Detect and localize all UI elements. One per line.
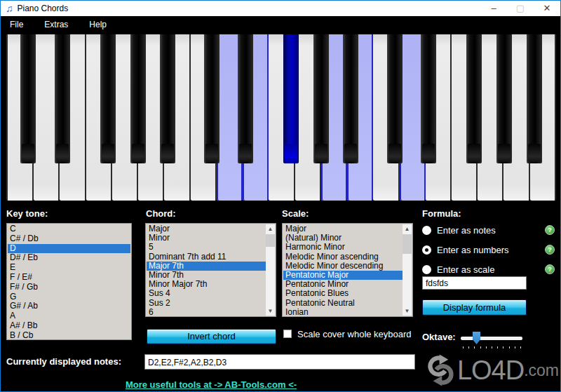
chord-list-items: MajorMinor5Dominant 7th add 11Major 7thM…	[147, 224, 266, 316]
scale-item[interactable]: Pentatonic Neutral	[283, 299, 403, 308]
display-formula-button[interactable]: Display formula	[422, 299, 527, 316]
key-tone-item[interactable]: D# / Eb	[8, 253, 130, 263]
app-window: ♫ Piano Chords – ▢ ✕ FileExtrasHelp Key …	[0, 0, 561, 392]
radio-label: Enter as notes	[437, 225, 496, 236]
key-tone-item[interactable]: C# / Db	[8, 234, 130, 244]
scale-item[interactable]: Ionian	[283, 308, 403, 317]
radio-button[interactable]	[422, 226, 431, 235]
radio-button[interactable]	[422, 265, 431, 274]
piano-key-F#1[interactable]	[100, 34, 116, 163]
octave-tick	[509, 346, 510, 349]
chord-item[interactable]: 6	[147, 308, 266, 317]
lo4d-logo-icon	[424, 353, 457, 388]
caption-buttons: – ▢ ✕	[480, 1, 560, 16]
radio-button[interactable]	[422, 245, 431, 255]
octave-tick	[474, 346, 475, 349]
scroll-down-icon[interactable]: ▼	[266, 306, 275, 316]
chord-item[interactable]: Sus 4	[147, 289, 266, 298]
piano-key-D#2[interactable]	[238, 34, 253, 163]
scale-list-items: Major(Natural) MinorHarmonic MinorMelodi…	[283, 224, 403, 316]
piano-key-C#2[interactable]	[204, 34, 219, 163]
menu-help[interactable]: Help	[89, 20, 113, 29]
piano-key-C#1[interactable]	[20, 34, 36, 163]
piano-keyboard	[6, 33, 557, 203]
piano-key-A#3[interactable]	[527, 34, 542, 163]
chord-item[interactable]: Sus 2	[147, 299, 266, 308]
scale-item[interactable]: Pentatonic Blues	[283, 289, 403, 298]
key-tone-item[interactable]: G	[8, 292, 130, 302]
octave-label: Oktave:	[422, 332, 456, 342]
octave-slider-thumb[interactable]	[473, 332, 480, 344]
scale-label: Scale:	[282, 208, 309, 219]
formula-option-row: Enter as numbers?	[422, 245, 557, 255]
chord-item[interactable]: Dominant 7th add 11	[147, 252, 266, 262]
key-tone-item[interactable]: C	[8, 224, 130, 234]
keytone-listbox[interactable]: CC# / DbDD# / EbEF / E#F# / GbGG# / AbAA…	[6, 223, 132, 340]
scroll-up-icon[interactable]: ▲	[266, 224, 275, 234]
scale-item[interactable]: Melodic Minor descending	[283, 262, 403, 271]
minimize-button[interactable]: –	[480, 1, 507, 16]
piano-key-F#3[interactable]	[466, 34, 482, 163]
menu-file[interactable]: File	[10, 20, 29, 29]
formula-option-row: Enter as notes?	[422, 225, 557, 236]
piano-key-D#1[interactable]	[55, 34, 70, 163]
piano-key-G#3[interactable]	[496, 34, 512, 163]
octave-tick	[497, 346, 498, 349]
keytone-label: Key tone:	[6, 208, 48, 219]
chord-item[interactable]: Major 7th	[147, 262, 266, 271]
lo4d-watermark: LO4D .com	[424, 351, 559, 389]
close-button[interactable]: ✕	[534, 1, 560, 16]
maximize-button: ▢	[507, 1, 534, 16]
octave-tick	[468, 346, 469, 349]
scale-scrollbar[interactable]: ▲ ▼	[403, 224, 412, 316]
key-tone-item[interactable]: A	[8, 311, 130, 321]
chord-item[interactable]: Minor	[147, 234, 266, 243]
key-tone-item[interactable]: A# / Bb	[8, 321, 130, 331]
chord-scrollbar-thumb[interactable]	[266, 234, 275, 247]
chord-listbox[interactable]: MajorMinor5Dominant 7th add 11Major 7thM…	[145, 223, 276, 317]
octave-slider-track[interactable]	[461, 337, 522, 340]
octave-tick	[463, 346, 464, 349]
key-tone-item[interactable]: F / E#	[8, 273, 130, 283]
help-icon[interactable]: ?	[545, 245, 555, 255]
piano-key-F#2[interactable]	[283, 34, 299, 163]
key-tone-item[interactable]: F# / Gb	[8, 283, 130, 292]
ab-tools-link[interactable]: More useful tools at -> AB-Tools.com <-	[126, 379, 297, 390]
octave-panel: Oktave:	[422, 330, 557, 350]
piano-keys	[6, 34, 556, 201]
octave-tick	[503, 346, 503, 349]
scale-item[interactable]: Harmonic Minor	[283, 243, 403, 252]
scale-cover-checkbox[interactable]	[283, 330, 292, 338]
piano-key-G#2[interactable]	[313, 34, 329, 163]
key-tone-item[interactable]: D	[8, 244, 130, 254]
chord-item[interactable]: 5	[147, 243, 266, 252]
scale-scrollbar-thumb[interactable]	[403, 234, 412, 254]
menu-extras[interactable]: Extras	[44, 20, 74, 29]
music-notes-icon: ♫	[6, 1, 13, 16]
menu-bar: FileExtrasHelp	[1, 16, 560, 33]
key-tone-item[interactable]: E	[8, 263, 130, 273]
key-tone-item[interactable]: B / Cb	[8, 331, 130, 340]
displayed-notes-input[interactable]: D2,E2,F#2,A2,B2,D3	[144, 354, 415, 370]
footer: More useful tools at -> AB-Tools.com <-	[1, 378, 421, 391]
scroll-down-icon[interactable]: ▼	[403, 306, 412, 316]
scale-listbox[interactable]: Major(Natural) MinorHarmonic MinorMelodi…	[282, 223, 413, 317]
piano-key-A#2[interactable]	[343, 34, 358, 163]
scroll-up-icon[interactable]: ▲	[403, 224, 412, 234]
chord-scrollbar[interactable]: ▲ ▼	[266, 224, 275, 316]
octave-tick	[515, 346, 515, 349]
help-icon[interactable]: ?	[545, 225, 555, 235]
lo4d-suffix: .com	[524, 361, 559, 380]
scale-item[interactable]: Melodic Minor ascending	[283, 252, 403, 262]
invert-chord-button[interactable]: Invert chord	[147, 329, 276, 344]
formula-input[interactable]: fdsfds	[422, 276, 527, 290]
piano-key-G#1[interactable]	[130, 34, 146, 163]
key-tone-item[interactable]: G# / Ab	[8, 302, 130, 311]
displayed-notes-label: Currently displayed notes:	[6, 356, 121, 367]
help-icon[interactable]: ?	[545, 264, 555, 274]
piano-key-A#1[interactable]	[160, 34, 175, 163]
chord-label: Chord:	[146, 208, 176, 219]
piano-key-C#3[interactable]	[387, 34, 403, 163]
radio-label: Enter as scale	[437, 264, 494, 275]
piano-key-D#3[interactable]	[421, 34, 436, 163]
